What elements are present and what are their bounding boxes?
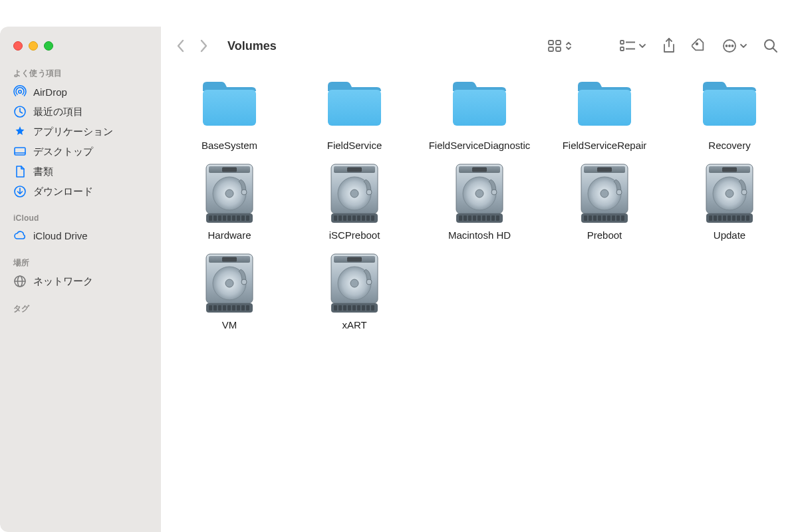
share-button[interactable] — [657, 38, 681, 54]
svg-rect-105 — [737, 215, 740, 221]
chevron-down-icon — [739, 42, 747, 50]
svg-rect-102 — [723, 215, 726, 221]
sidebar-item-label: 最近の項目 — [33, 106, 83, 118]
disk-item[interactable]: Hardware — [173, 162, 286, 242]
svg-point-16 — [696, 43, 698, 45]
svg-rect-89 — [612, 215, 615, 221]
svg-rect-126 — [347, 257, 362, 261]
svg-rect-55 — [352, 215, 356, 221]
disk-item[interactable]: Update — [673, 162, 786, 242]
svg-rect-139 — [371, 305, 374, 311]
svg-rect-72 — [482, 215, 485, 221]
svg-rect-62 — [472, 167, 487, 172]
sidebar-item-download[interactable]: ダウンロード — [8, 182, 153, 201]
item-label: Update — [714, 229, 745, 242]
chevron-down-icon — [638, 42, 646, 50]
svg-rect-53 — [343, 215, 346, 221]
group-button[interactable] — [614, 40, 652, 52]
folder-icon — [573, 72, 636, 136]
sidebar-head-icloud: iCloud — [8, 209, 153, 225]
disk-item[interactable]: xART — [298, 251, 411, 332]
back-button[interactable] — [176, 39, 185, 53]
disk-item[interactable]: iSCPreboot — [298, 162, 411, 242]
folder-item[interactable]: BaseSystem — [173, 72, 286, 152]
disk-item[interactable]: VM — [173, 251, 286, 332]
item-label: Hardware — [207, 229, 251, 242]
disk-icon — [198, 251, 261, 315]
airdrop-icon — [13, 85, 27, 98]
item-label: iSCPreboot — [329, 229, 380, 242]
disk-item[interactable]: Macintosh HD — [423, 162, 536, 242]
sidebar-item-cloud[interactable]: iCloud Drive — [8, 225, 153, 245]
close-button[interactable] — [13, 41, 23, 51]
svg-point-32 — [225, 190, 233, 198]
sidebar-item-doc[interactable]: 書類 — [8, 162, 153, 182]
disk-icon — [323, 162, 386, 225]
svg-rect-107 — [746, 215, 749, 221]
item-label: BaseSystem — [201, 140, 257, 152]
item-label: FieldServiceDiagnostic — [429, 140, 531, 152]
svg-point-48 — [350, 190, 358, 198]
folder-item[interactable]: FieldServiceRepair — [548, 72, 661, 152]
search-button[interactable] — [758, 39, 783, 53]
svg-rect-38 — [223, 215, 226, 221]
folder-item[interactable]: FieldServiceDiagnostic — [423, 72, 536, 152]
svg-rect-27 — [703, 90, 756, 126]
svg-rect-131 — [334, 305, 337, 311]
toolbar: Volumes — [161, 27, 798, 65]
sidebar-item-app[interactable]: アプリケーション — [8, 122, 153, 142]
sidebar-item-desktop[interactable]: デスクトップ — [8, 142, 153, 162]
disk-icon — [573, 162, 636, 225]
svg-rect-115 — [209, 305, 212, 311]
sidebar-head-locations: 場所 — [8, 253, 153, 271]
svg-rect-86 — [598, 215, 601, 221]
forward-button[interactable] — [200, 39, 209, 53]
svg-rect-110 — [222, 257, 237, 261]
sidebar-item-globe[interactable]: ネットワーク — [8, 271, 153, 291]
svg-point-0 — [19, 90, 21, 93]
svg-rect-135 — [352, 305, 356, 311]
svg-rect-118 — [223, 305, 226, 311]
svg-rect-59 — [371, 215, 374, 221]
svg-rect-2 — [15, 148, 25, 155]
svg-rect-39 — [227, 215, 231, 221]
svg-rect-24 — [328, 90, 381, 126]
svg-rect-103 — [728, 215, 731, 221]
svg-rect-75 — [496, 215, 499, 221]
svg-rect-133 — [343, 305, 346, 311]
folder-item[interactable]: FieldService — [298, 72, 411, 152]
svg-rect-73 — [487, 215, 490, 221]
svg-rect-123 — [246, 305, 249, 311]
svg-rect-78 — [597, 167, 612, 172]
folder-item[interactable]: Recovery — [673, 72, 786, 152]
disk-icon — [448, 162, 511, 225]
view-mode-button[interactable] — [543, 40, 577, 52]
globe-icon — [13, 275, 27, 288]
svg-rect-68 — [464, 215, 467, 221]
svg-rect-85 — [593, 215, 597, 221]
item-label: VM — [222, 319, 237, 332]
svg-rect-37 — [218, 215, 221, 221]
item-label: Macintosh HD — [448, 229, 511, 242]
svg-rect-42 — [241, 215, 245, 221]
action-button[interactable] — [717, 39, 753, 53]
svg-rect-14 — [620, 47, 624, 51]
svg-rect-88 — [607, 215, 610, 221]
zoom-button[interactable] — [44, 41, 53, 51]
sidebar-item-airdrop[interactable]: AirDrop — [8, 82, 153, 102]
disk-icon — [323, 251, 386, 315]
tag-button[interactable] — [686, 39, 712, 53]
sidebar-item-label: デスクトップ — [33, 146, 93, 158]
svg-rect-46 — [347, 167, 362, 172]
sidebar-item-label: アプリケーション — [33, 126, 113, 138]
sidebar-item-clock[interactable]: 最近の項目 — [8, 102, 153, 122]
minimize-button[interactable] — [29, 41, 38, 51]
svg-rect-41 — [237, 215, 240, 221]
disk-icon — [198, 162, 261, 225]
svg-rect-67 — [459, 215, 462, 221]
svg-rect-120 — [232, 305, 235, 311]
svg-point-112 — [225, 279, 233, 287]
sidebar-item-label: AirDrop — [33, 86, 67, 98]
disk-item[interactable]: Preboot — [548, 162, 661, 242]
svg-rect-56 — [357, 215, 360, 221]
